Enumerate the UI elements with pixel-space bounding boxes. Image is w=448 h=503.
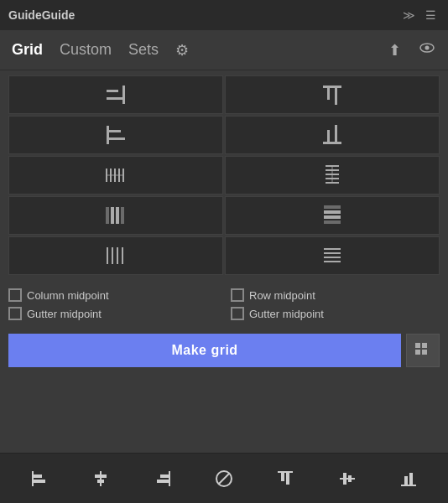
svg-rect-37 — [122, 247, 123, 264]
row-midpoint-label: Row midpoint — [249, 289, 315, 302]
svg-rect-25 — [331, 165, 333, 184]
gutter-midpoint-left-label: Gutter midpoint — [27, 308, 102, 320]
grid-icon-button[interactable] — [406, 334, 440, 367]
toolbar-align-top-edge[interactable] — [267, 460, 304, 497]
svg-rect-26 — [106, 207, 109, 224]
svg-rect-61 — [343, 473, 346, 485]
svg-rect-5 — [323, 86, 341, 88]
gutter-midpoint-right-label: Gutter midpoint — [249, 308, 324, 320]
gutter-midpoint-left-checkbox[interactable] — [8, 307, 22, 320]
nav-bar: Grid Custom Sets ⚙ ⬆ — [0, 30, 448, 70]
svg-rect-31 — [324, 210, 341, 214]
row-midpoint-checkbox[interactable] — [231, 288, 244, 302]
toolbar-align-left-edge[interactable] — [21, 460, 58, 497]
svg-rect-29 — [121, 207, 124, 224]
svg-rect-64 — [404, 476, 408, 485]
svg-rect-53 — [160, 474, 169, 478]
bottom-toolbar — [0, 453, 448, 503]
svg-rect-46 — [32, 471, 34, 486]
svg-rect-13 — [335, 125, 337, 142]
tab-sets[interactable]: Sets — [128, 41, 159, 59]
svg-rect-35 — [112, 247, 113, 264]
grid-row-5 — [8, 236, 440, 275]
col-midpoint-checkbox[interactable] — [8, 288, 22, 302]
svg-rect-49 — [100, 471, 102, 486]
toolbar-align-center[interactable] — [82, 460, 119, 497]
svg-rect-41 — [324, 261, 341, 262]
svg-rect-42 — [415, 343, 420, 348]
svg-rect-45 — [422, 350, 427, 355]
align-left-cell[interactable] — [8, 75, 223, 114]
grid-row-1 — [8, 75, 440, 114]
make-grid-button[interactable]: Make grid — [8, 334, 401, 367]
lines-cell[interactable] — [225, 236, 440, 275]
svg-rect-40 — [324, 257, 341, 258]
svg-rect-58 — [281, 473, 284, 481]
distribute-v-cell[interactable] — [8, 156, 223, 194]
gutters-cell[interactable] — [8, 236, 223, 275]
svg-rect-2 — [107, 90, 118, 92]
svg-rect-39 — [324, 252, 341, 254]
tab-grid[interactable]: Grid — [12, 41, 43, 59]
toolbar-align-bottom-edge[interactable] — [390, 460, 427, 497]
align-top-cell[interactable] — [225, 75, 440, 114]
svg-rect-12 — [327, 130, 330, 142]
double-chevron-icon[interactable]: ≫ — [399, 7, 419, 23]
svg-rect-6 — [327, 88, 330, 100]
checkbox-row-2: Gutter midpoint Gutter midpoint — [8, 307, 440, 320]
svg-rect-36 — [117, 247, 118, 264]
svg-line-56 — [219, 474, 229, 484]
svg-rect-33 — [324, 220, 341, 224]
svg-rect-7 — [335, 88, 337, 105]
svg-rect-43 — [422, 343, 427, 348]
row-midpoint-item[interactable]: Row midpoint — [231, 288, 440, 302]
title-bar: GuideGuide ≫ ☰ — [0, 0, 448, 30]
settings-icon[interactable]: ⚙ — [175, 41, 189, 60]
svg-rect-19 — [106, 174, 124, 176]
columns-cell[interactable] — [8, 196, 223, 235]
svg-rect-57 — [278, 471, 293, 473]
rows-cell[interactable] — [225, 196, 440, 235]
gutter-midpoint-right-checkbox[interactable] — [231, 307, 244, 320]
svg-rect-52 — [169, 471, 170, 486]
col-midpoint-item[interactable]: Column midpoint — [8, 288, 217, 302]
upload-icon[interactable]: ⬆ — [388, 41, 401, 60]
grid-row-3 — [8, 156, 440, 194]
svg-rect-62 — [348, 475, 352, 482]
svg-point-1 — [425, 46, 430, 50]
title-bar-actions: ≫ ☰ — [399, 7, 440, 23]
app-title: GuideGuide — [8, 8, 75, 22]
svg-rect-47 — [34, 474, 42, 478]
gutter-midpoint-left-item[interactable]: Gutter midpoint — [8, 307, 217, 320]
svg-rect-54 — [157, 480, 169, 483]
svg-rect-38 — [324, 248, 341, 250]
distribute-h-center-cell[interactable] — [225, 156, 440, 194]
svg-rect-48 — [34, 480, 45, 483]
grid-row-4 — [8, 196, 440, 235]
tab-custom[interactable]: Custom — [60, 41, 112, 59]
svg-rect-60 — [340, 478, 355, 480]
align-bottom-cell[interactable] — [225, 116, 440, 154]
svg-rect-10 — [109, 137, 125, 140]
grid-row-2 — [8, 116, 440, 154]
eye-icon[interactable] — [418, 39, 436, 61]
grid-options-section — [0, 70, 448, 282]
checkbox-row-1: Column midpoint Row midpoint — [8, 288, 440, 302]
toolbar-clear[interactable] — [206, 460, 242, 497]
align-right-cell[interactable] — [8, 116, 223, 154]
make-grid-section: Make grid — [0, 327, 448, 374]
toolbar-align-right-edge[interactable] — [144, 460, 181, 497]
svg-rect-65 — [409, 473, 413, 485]
checkbox-section: Column midpoint Row midpoint Gutter midp… — [0, 282, 448, 327]
col-midpoint-label: Column midpoint — [27, 289, 109, 302]
svg-rect-63 — [401, 485, 416, 486]
svg-rect-8 — [107, 126, 109, 144]
svg-rect-30 — [324, 205, 341, 209]
panel-lines-icon[interactable]: ☰ — [422, 7, 440, 23]
svg-rect-51 — [97, 480, 104, 483]
toolbar-align-middle[interactable] — [329, 460, 366, 497]
svg-rect-44 — [415, 350, 420, 355]
gutter-midpoint-right-item[interactable]: Gutter midpoint — [231, 307, 440, 320]
svg-rect-59 — [286, 473, 289, 485]
svg-rect-28 — [116, 207, 119, 224]
